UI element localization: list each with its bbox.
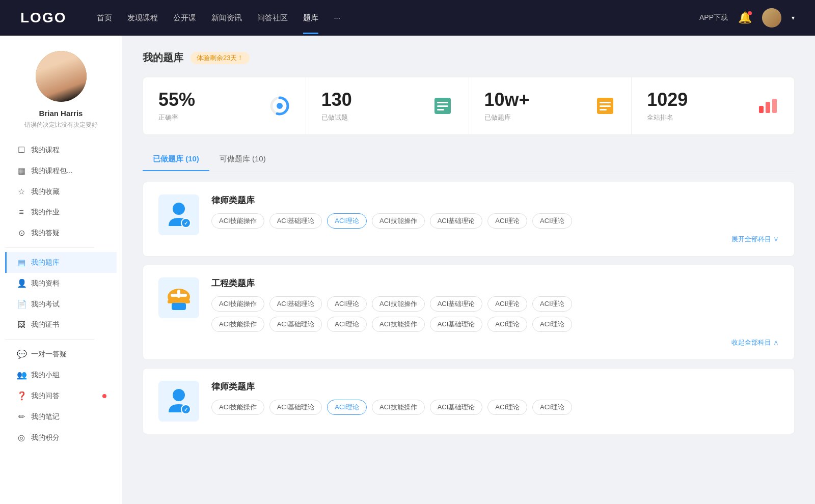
tabs-row: 已做题库 (10) 可做题库 (10) [143,149,795,172]
qbank-tag-active[interactable]: ACI理论 [327,400,367,415]
qbank-content-engineering: 工程类题库 ACI技能操作 ACI基础理论 ACI理论 ACI技能操作 ACI基… [211,277,779,347]
qbank-tag[interactable]: ACI理论 [532,400,572,415]
stat-done-value: 130 [321,90,352,110]
group-label: 我的小组 [31,371,60,380]
svg-rect-13 [772,99,777,113]
qbank-tag[interactable]: ACI技能操作 [372,400,425,415]
qbank-tag[interactable]: ACI基础理论 [269,317,322,332]
qbank-tag[interactable]: ACI基础理论 [269,400,322,415]
stat-ranking-value: 1029 [647,90,688,110]
sidebar-motto: 错误的决定比没有决定要好 [24,121,98,129]
nav-news[interactable]: 新闻资讯 [211,11,242,25]
qbank-tag[interactable]: ACI理论 [487,317,527,332]
qbank-tag[interactable]: ACI理论 [487,400,527,415]
qbank-icon-lawyer: ✓ [158,194,199,235]
svg-point-22 [173,389,185,401]
profile-icon: 👤 [17,278,26,288]
qbank-tag[interactable]: ACI理论 [532,296,572,312]
nav-qbank[interactable]: 题库 [303,11,318,25]
qbank-tag[interactable]: ACI技能操作 [211,213,264,229]
sidebar-item-exam[interactable]: 📄 我的考试 [5,294,117,315]
nav-qa[interactable]: 问答社区 [257,11,288,25]
sidebar-item-certificate[interactable]: 🖼 我的证书 [5,315,117,335]
navbar: LOGO 首页 发现课程 公开课 新闻资讯 问答社区 题库 ··· APP下载 … [0,0,815,36]
sidebar-item-my-qa[interactable]: ❓ 我的问答 [5,385,117,406]
sidebar-item-points[interactable]: ◎ 我的积分 [5,427,117,448]
sidebar-item-tutoring[interactable]: 💬 一对一答疑 [5,344,117,365]
qbank-tag[interactable]: ACI基础理论 [430,296,483,312]
qbank-tags-engineering-row2: ACI技能操作 ACI基础理论 ACI理论 ACI技能操作 ACI基础理论 AC… [211,317,779,332]
user-menu-chevron[interactable]: ▾ [792,14,795,21]
qbank-tag[interactable]: ACI理论 [532,213,572,229]
qbank-expand-lawyer1[interactable]: 展开全部科目 ∨ [211,235,779,244]
stat-ranking-icon [757,95,779,117]
user-avatar[interactable] [762,8,781,27]
svg-point-14 [173,203,185,215]
qbank-tag[interactable]: ACI基础理论 [430,400,483,415]
sidebar-item-homework[interactable]: ≡ 我的作业 [5,202,117,222]
notification-bell[interactable]: 🔔 [738,11,752,24]
nav-home[interactable]: 首页 [97,11,112,25]
stat-done-banks: 10w+ 已做题库 [469,77,632,134]
sidebar-item-course-package[interactable]: ▦ 我的课程包... [5,160,117,181]
qbank-tag-active[interactable]: ACI理论 [327,213,367,229]
qa-badge [102,394,106,398]
qbank-tag[interactable]: ACI技能操作 [211,400,264,415]
svg-rect-12 [766,102,770,113]
nav-more[interactable]: ··· [334,11,340,25]
tab-available-banks[interactable]: 可做题库 (10) [209,149,276,171]
homework-label: 我的作业 [31,208,60,217]
qbank-tag[interactable]: ACI理论 [487,296,527,312]
stat-banks-label: 已做题库 [484,113,530,122]
nav-courses[interactable]: 发现课程 [127,11,158,25]
qbank-tag[interactable]: ACI技能操作 [372,317,425,332]
qbank-title-lawyer2: 律师类题库 [211,381,779,393]
qbank-tag[interactable]: ACI理论 [487,213,527,229]
my-qa-label: 我的问答 [31,391,60,401]
qbank-tag[interactable]: ACI理论 [327,296,367,312]
sidebar-item-my-courses[interactable]: ☐ 我的课程 [5,139,117,160]
sidebar-item-qbank[interactable]: ▤ 我的题库 [5,252,117,273]
qbank-tag[interactable]: ACI技能操作 [372,296,425,312]
questions-icon: ⊙ [17,228,26,238]
stat-done-questions: 130 已做试题 [306,77,469,134]
qbank-tag[interactable]: ACI基础理论 [269,213,322,229]
svg-point-2 [277,103,283,109]
qbank-label: 我的题库 [31,258,60,267]
qbank-icon-engineering [158,277,199,318]
sidebar-item-notes[interactable]: ✏ 我的笔记 [5,406,117,427]
qbank-tag[interactable]: ACI基础理论 [269,296,322,312]
sidebar-item-group[interactable]: 👥 我的小组 [5,365,117,385]
qbank-tag[interactable]: ACI技能操作 [211,296,264,312]
svg-rect-10 [600,109,607,110]
profile-label: 我的资料 [31,279,60,288]
nav-open-course[interactable]: 公开课 [173,11,196,25]
notification-dot [748,11,752,15]
exam-label: 我的考试 [31,300,60,309]
qbank-tag[interactable]: ACI理论 [532,317,572,332]
tab-done-banks[interactable]: 已做题库 (10) [143,149,209,171]
svg-rect-6 [437,109,444,110]
qbank-tag[interactable]: ACI技能操作 [372,213,425,229]
sidebar-item-favorites[interactable]: ☆ 我的收藏 [5,181,117,202]
stat-ranking-label: 全站排名 [647,113,688,122]
qbank-collapse-engineering[interactable]: 收起全部科目 ∧ [211,338,779,347]
qbank-tag[interactable]: ACI理论 [327,317,367,332]
svg-rect-18 [168,300,190,303]
svg-rect-4 [437,102,448,103]
sidebar-item-questions[interactable]: ⊙ 我的答疑 [5,222,117,243]
qbank-tag[interactable]: ACI基础理论 [430,213,483,229]
questions-label: 我的答疑 [31,229,60,238]
app-download-button[interactable]: APP下载 [699,13,728,22]
qbank-tag[interactable]: ACI技能操作 [211,317,264,332]
stat-done-icon [432,95,453,117]
qbank-tag[interactable]: ACI基础理论 [430,317,483,332]
sidebar-menu: ☐ 我的课程 ▦ 我的课程包... ☆ 我的收藏 ≡ 我的作业 ⊙ 我的答疑 ▤ [0,139,122,448]
svg-text:✓: ✓ [184,220,188,226]
stat-done-label: 已做试题 [321,113,352,122]
svg-rect-21 [171,294,187,297]
sidebar-item-profile[interactable]: 👤 我的资料 [5,273,117,294]
svg-text:✓: ✓ [184,407,188,412]
navbar-right: APP下载 🔔 ▾ [699,8,795,27]
qbank-card-engineering: 工程类题库 ACI技能操作 ACI基础理论 ACI理论 ACI技能操作 ACI基… [143,265,795,360]
